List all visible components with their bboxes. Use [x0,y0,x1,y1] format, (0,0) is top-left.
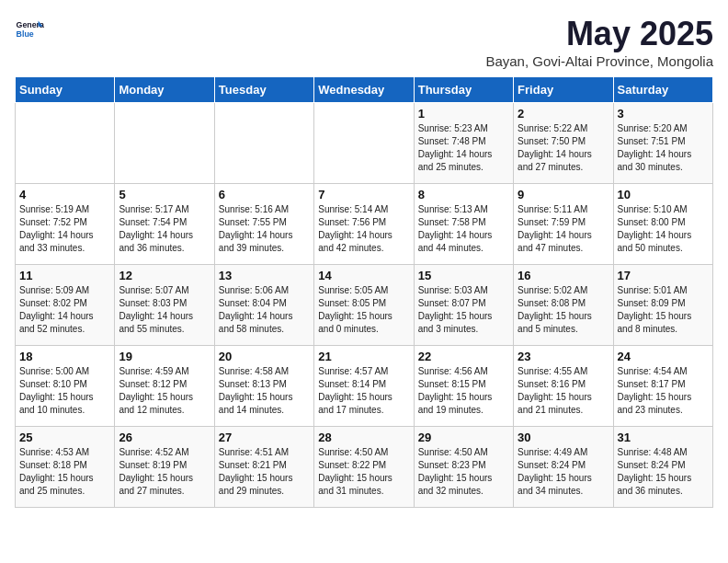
day-number: 14 [318,269,409,282]
day-info: Sunrise: 5:09 AM Sunset: 8:02 PM Dayligh… [19,284,110,336]
day-info: Sunrise: 5:16 AM Sunset: 7:55 PM Dayligh… [219,203,310,255]
calendar-week-1: 4Sunrise: 5:19 AM Sunset: 7:52 PM Daylig… [16,184,713,265]
calendar-cell-w0d0 [16,103,115,184]
day-info: Sunrise: 4:51 AM Sunset: 8:21 PM Dayligh… [219,446,310,498]
calendar-week-0: 1Sunrise: 5:23 AM Sunset: 7:48 PM Daylig… [16,103,713,184]
calendar-cell-w1d3: 7Sunrise: 5:14 AM Sunset: 7:56 PM Daylig… [314,184,414,265]
day-info: Sunrise: 5:17 AM Sunset: 7:54 PM Dayligh… [119,203,210,255]
calendar-cell-w3d2: 20Sunrise: 4:58 AM Sunset: 8:13 PM Dayli… [214,346,313,427]
day-number: 21 [318,350,409,363]
calendar-cell-w2d3: 14Sunrise: 5:05 AM Sunset: 8:05 PM Dayli… [314,265,414,346]
day-number: 16 [518,269,609,282]
day-number: 20 [219,350,310,363]
day-info: Sunrise: 4:50 AM Sunset: 8:22 PM Dayligh… [318,446,409,498]
calendar-cell-w0d1 [115,103,214,184]
calendar-cell-w3d4: 22Sunrise: 4:56 AM Sunset: 8:15 PM Dayli… [414,346,513,427]
calendar-cell-w4d3: 28Sunrise: 4:50 AM Sunset: 8:22 PM Dayli… [314,427,414,508]
day-number: 24 [618,350,709,363]
day-number: 26 [119,431,210,444]
calendar-cell-w1d1: 5Sunrise: 5:17 AM Sunset: 7:54 PM Daylig… [115,184,214,265]
title-area: May 2025 Bayan, Govi-Altai Province, Mon… [485,15,713,69]
logo: General Blue [15,15,44,44]
day-info: Sunrise: 4:58 AM Sunset: 8:13 PM Dayligh… [219,365,310,417]
day-info: Sunrise: 4:50 AM Sunset: 8:23 PM Dayligh… [418,446,509,498]
day-number: 31 [618,431,709,444]
day-info: Sunrise: 5:03 AM Sunset: 8:07 PM Dayligh… [418,284,509,336]
calendar-cell-w0d2 [214,103,313,184]
day-number: 6 [219,188,310,201]
day-number: 3 [618,107,709,121]
day-info: Sunrise: 4:56 AM Sunset: 8:15 PM Dayligh… [418,365,509,417]
day-info: Sunrise: 4:49 AM Sunset: 8:24 PM Dayligh… [518,446,609,498]
day-number: 12 [119,269,210,282]
header-row: Sunday Monday Tuesday Wednesday Thursday… [16,77,713,103]
calendar-cell-w1d4: 8Sunrise: 5:13 AM Sunset: 7:58 PM Daylig… [414,184,513,265]
header-monday: Monday [115,77,214,103]
calendar-week-4: 25Sunrise: 4:53 AM Sunset: 8:18 PM Dayli… [16,427,713,508]
calendar-body: 1Sunrise: 5:23 AM Sunset: 7:48 PM Daylig… [16,103,713,508]
day-number: 23 [518,350,609,363]
day-number: 15 [418,269,509,282]
calendar-cell-w4d0: 25Sunrise: 4:53 AM Sunset: 8:18 PM Dayli… [16,427,115,508]
calendar-table: Sunday Monday Tuesday Wednesday Thursday… [15,76,713,508]
day-number: 30 [518,431,609,444]
day-info: Sunrise: 4:54 AM Sunset: 8:17 PM Dayligh… [618,365,709,417]
day-info: Sunrise: 5:13 AM Sunset: 7:58 PM Dayligh… [418,203,509,255]
calendar-cell-w4d1: 26Sunrise: 4:52 AM Sunset: 8:19 PM Dayli… [115,427,214,508]
day-number: 2 [518,107,609,121]
calendar-cell-w2d1: 12Sunrise: 5:07 AM Sunset: 8:03 PM Dayli… [115,265,214,346]
day-info: Sunrise: 5:11 AM Sunset: 7:59 PM Dayligh… [518,203,609,255]
day-info: Sunrise: 5:00 AM Sunset: 8:10 PM Dayligh… [19,365,110,417]
calendar-cell-w4d4: 29Sunrise: 4:50 AM Sunset: 8:23 PM Dayli… [414,427,513,508]
day-number: 4 [19,188,110,201]
calendar-cell-w3d0: 18Sunrise: 5:00 AM Sunset: 8:10 PM Dayli… [16,346,115,427]
day-number: 1 [418,107,509,121]
calendar-cell-w4d5: 30Sunrise: 4:49 AM Sunset: 8:24 PM Dayli… [514,427,613,508]
calendar-cell-w2d4: 15Sunrise: 5:03 AM Sunset: 8:07 PM Dayli… [414,265,513,346]
day-number: 22 [418,350,509,363]
calendar-cell-w4d6: 31Sunrise: 4:48 AM Sunset: 8:24 PM Dayli… [613,427,712,508]
day-number: 10 [618,188,709,201]
day-info: Sunrise: 5:23 AM Sunset: 7:48 PM Dayligh… [418,122,509,174]
day-number: 8 [418,188,509,201]
day-info: Sunrise: 5:19 AM Sunset: 7:52 PM Dayligh… [19,203,110,255]
calendar-cell-w3d3: 21Sunrise: 4:57 AM Sunset: 8:14 PM Dayli… [314,346,414,427]
calendar-week-3: 18Sunrise: 5:00 AM Sunset: 8:10 PM Dayli… [16,346,713,427]
day-info: Sunrise: 5:22 AM Sunset: 7:50 PM Dayligh… [518,122,609,174]
day-number: 17 [618,269,709,282]
calendar-cell-w3d6: 24Sunrise: 4:54 AM Sunset: 8:17 PM Dayli… [613,346,712,427]
subtitle: Bayan, Govi-Altai Province, Mongolia [485,53,713,69]
calendar-cell-w0d3 [314,103,414,184]
day-info: Sunrise: 5:02 AM Sunset: 8:08 PM Dayligh… [518,284,609,336]
day-number: 28 [318,431,409,444]
day-info: Sunrise: 4:57 AM Sunset: 8:14 PM Dayligh… [318,365,409,417]
day-info: Sunrise: 4:52 AM Sunset: 8:19 PM Dayligh… [119,446,210,498]
calendar-cell-w4d2: 27Sunrise: 4:51 AM Sunset: 8:21 PM Dayli… [214,427,313,508]
calendar-cell-w2d5: 16Sunrise: 5:02 AM Sunset: 8:08 PM Dayli… [514,265,613,346]
calendar-week-2: 11Sunrise: 5:09 AM Sunset: 8:02 PM Dayli… [16,265,713,346]
calendar-cell-w3d1: 19Sunrise: 4:59 AM Sunset: 8:12 PM Dayli… [115,346,214,427]
header-saturday: Saturday [613,77,712,103]
day-number: 18 [19,350,110,363]
day-number: 5 [119,188,210,201]
calendar-cell-w1d2: 6Sunrise: 5:16 AM Sunset: 7:55 PM Daylig… [214,184,313,265]
day-number: 19 [119,350,210,363]
header-wednesday: Wednesday [314,77,414,103]
page-header: General Blue May 2025 Bayan, Govi-Altai … [15,15,713,69]
day-info: Sunrise: 5:20 AM Sunset: 7:51 PM Dayligh… [618,122,709,174]
day-info: Sunrise: 4:59 AM Sunset: 8:12 PM Dayligh… [119,365,210,417]
day-number: 7 [318,188,409,201]
month-title: May 2025 [485,15,713,53]
calendar-cell-w1d6: 10Sunrise: 5:10 AM Sunset: 8:00 PM Dayli… [613,184,712,265]
day-info: Sunrise: 4:48 AM Sunset: 8:24 PM Dayligh… [618,446,709,498]
calendar-cell-w0d5: 2Sunrise: 5:22 AM Sunset: 7:50 PM Daylig… [514,103,613,184]
day-number: 9 [518,188,609,201]
calendar-header: Sunday Monday Tuesday Wednesday Thursday… [16,77,713,103]
day-info: Sunrise: 5:01 AM Sunset: 8:09 PM Dayligh… [618,284,709,336]
day-number: 25 [19,431,110,444]
day-number: 11 [19,269,110,282]
calendar-cell-w0d6: 3Sunrise: 5:20 AM Sunset: 7:51 PM Daylig… [613,103,712,184]
day-info: Sunrise: 5:14 AM Sunset: 7:56 PM Dayligh… [318,203,409,255]
day-info: Sunrise: 4:53 AM Sunset: 8:18 PM Dayligh… [19,446,110,498]
logo-icon: General Blue [15,15,44,44]
